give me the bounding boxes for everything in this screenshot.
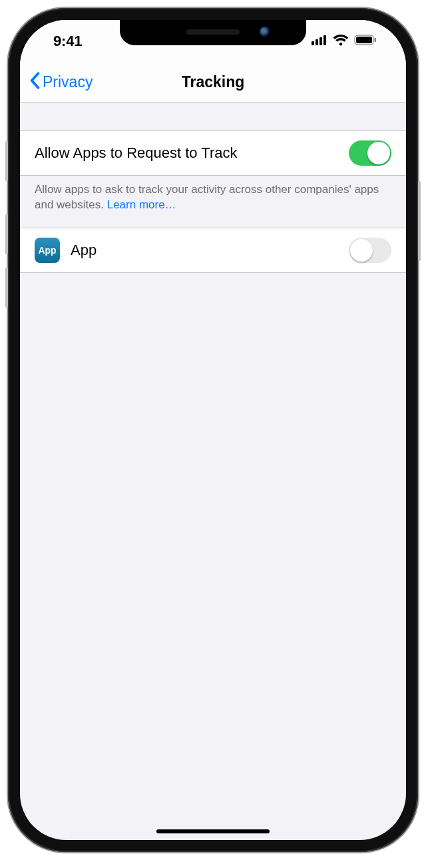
notch (120, 20, 306, 45)
cellular-icon (312, 35, 327, 48)
svg-rect-2 (320, 37, 322, 45)
nav-bar: Privacy Tracking (20, 63, 406, 103)
allow-tracking-label: Allow Apps to Request to Track (35, 144, 338, 162)
svg-rect-3 (323, 35, 326, 45)
back-button[interactable]: Privacy (29, 63, 93, 102)
allow-tracking-switch[interactable] (349, 140, 391, 166)
svg-rect-5 (356, 37, 372, 43)
chevron-left-icon (29, 72, 40, 93)
section-footer: Allow apps to ask to track your activity… (20, 176, 406, 228)
app-tracking-switch[interactable] (349, 238, 391, 263)
footer-text: Allow apps to ask to track your activity… (35, 183, 379, 211)
screen: 9:41 Privacy Tracking (20, 20, 406, 840)
content: Allow Apps to Request to Track Allow app… (20, 103, 406, 840)
home-indicator[interactable] (156, 829, 270, 833)
allow-tracking-row: Allow Apps to Request to Track (20, 130, 406, 176)
app-name-label: App (71, 242, 338, 259)
wifi-icon (333, 34, 349, 49)
app-icon: App (35, 238, 60, 263)
phone-frame: 9:41 Privacy Tracking (8, 8, 418, 852)
svg-rect-0 (312, 41, 314, 45)
battery-icon (354, 35, 377, 48)
back-label: Privacy (43, 73, 93, 91)
app-row: AppApp (20, 228, 406, 273)
svg-rect-1 (316, 39, 318, 45)
status-time: 9:41 (53, 33, 82, 50)
svg-rect-6 (375, 38, 377, 42)
page-title: Tracking (182, 73, 245, 91)
learn-more-link[interactable]: Learn more… (107, 198, 176, 211)
